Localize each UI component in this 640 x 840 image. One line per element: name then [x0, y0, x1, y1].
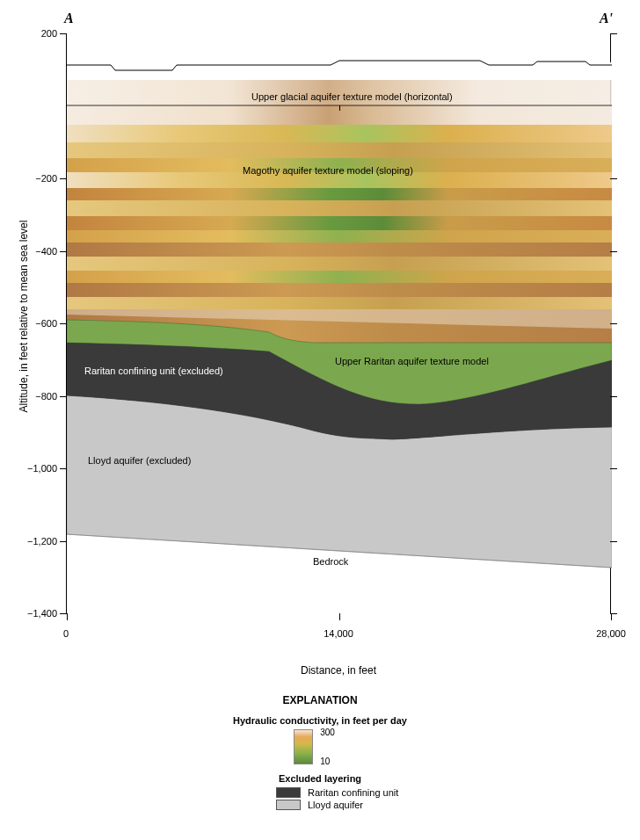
label-upper-raritan: Upper Raritan aquifer texture model	[335, 356, 489, 366]
svg-rect-11	[67, 271, 612, 283]
svg-rect-9	[67, 243, 612, 257]
colorbar-gradient	[294, 729, 313, 764]
svg-rect-5	[67, 188, 612, 200]
colorbar-max: 300	[320, 728, 335, 737]
y-tick-label: −1,400	[13, 608, 57, 619]
svg-rect-12	[67, 283, 612, 297]
colorbar-min: 10	[320, 757, 330, 766]
legend-row-lloyd: Lloyd aquifer	[276, 800, 452, 810]
swatch-raritan	[276, 787, 301, 798]
colorbar: 300 10	[188, 729, 452, 764]
colorbar-title: Hydraulic conductivity, in feet per day	[188, 715, 452, 726]
label-lloyd: Lloyd aquifer (excluded)	[88, 455, 191, 466]
section-label-a: A	[64, 11, 74, 26]
y-tick-label: −200	[13, 173, 57, 184]
x-tick-label: 14,000	[324, 628, 353, 639]
excluded-title: Excluded layering	[188, 773, 452, 784]
svg-rect-2	[67, 142, 612, 158]
explanation-title: EXPLANATION	[188, 694, 452, 706]
svg-rect-1	[67, 125, 612, 142]
label-bedrock: Bedrock	[313, 556, 348, 567]
plot-area: Upper glacial aquifer texture model (hor…	[66, 33, 611, 613]
y-tick-label: −1,000	[13, 463, 57, 474]
y-axis-title: Altitude, in feet relative to mean sea l…	[18, 221, 30, 413]
legend-row-raritan: Raritan confining unit	[276, 787, 452, 798]
svg-rect-10	[67, 257, 612, 271]
cross-section-chart: A A'	[66, 18, 611, 633]
swatch-lloyd	[276, 800, 301, 810]
geology-svg	[67, 33, 612, 613]
svg-rect-13	[67, 297, 612, 309]
x-tick-label: 0	[63, 628, 69, 639]
svg-rect-7	[67, 216, 612, 230]
x-tick-label: 28,000	[596, 628, 626, 639]
label-raritan-confining: Raritan confining unit (excluded)	[84, 366, 223, 376]
legend-label: Lloyd aquifer	[308, 800, 363, 810]
y-tick-label: −1,200	[13, 536, 57, 547]
y-tick-label: 200	[13, 28, 57, 39]
label-magothy: Magothy aquifer texture model (sloping)	[243, 165, 413, 176]
legend-label: Raritan confining unit	[308, 787, 398, 798]
label-upper-glacial: Upper glacial aquifer texture model (hor…	[251, 91, 453, 102]
x-axis-title: Distance, in feet	[301, 664, 376, 677]
svg-rect-6	[67, 200, 612, 216]
svg-rect-8	[67, 230, 612, 243]
explanation-block: EXPLANATION Hydraulic conductivity, in f…	[188, 694, 452, 812]
section-label-a-prime: A'	[600, 11, 613, 26]
